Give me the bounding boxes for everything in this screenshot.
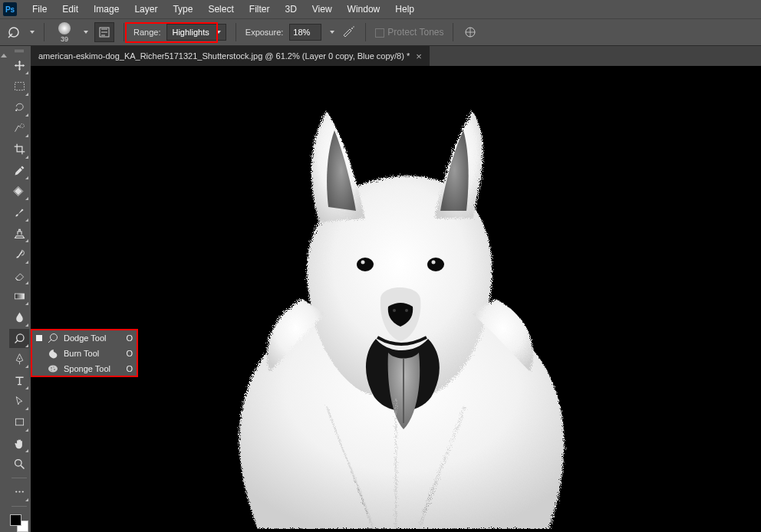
- foreground-color-swatch[interactable]: [10, 514, 21, 526]
- menu-select[interactable]: Select: [200, 0, 241, 18]
- divider: [124, 23, 124, 41]
- spot-healing-brush-tool[interactable]: [9, 182, 29, 201]
- brush-size-value: 39: [61, 35, 68, 43]
- panel-drag-handle[interactable]: [8, 48, 31, 55]
- gradient-tool[interactable]: [9, 287, 29, 306]
- svg-line-29: [48, 340, 51, 343]
- svg-point-8: [20, 124, 24, 128]
- blur-tool[interactable]: [9, 307, 29, 327]
- zoom-tool[interactable]: [9, 455, 29, 474]
- flyout-item-burn[interactable]: Burn Tool O: [31, 346, 137, 361]
- move-tool[interactable]: [9, 56, 29, 75]
- workspace: american-eskimo-dog_KA_Richer5171321_Shu…: [0, 46, 761, 532]
- eyedropper-tool[interactable]: [9, 161, 29, 180]
- path-selection-tool[interactable]: [9, 392, 29, 411]
- airbrush-toggle-icon[interactable]: [341, 25, 356, 40]
- menu-type[interactable]: Type: [165, 0, 200, 18]
- tool-preset-caret[interactable]: [30, 31, 35, 34]
- svg-point-34: [51, 369, 51, 370]
- clone-stamp-tool[interactable]: [9, 224, 29, 243]
- current-tool-icon[interactable]: [6, 25, 21, 40]
- document-tab[interactable]: american-eskimo-dog_KA_Richer5171321_Shu…: [31, 46, 430, 66]
- toolbar-separator: [12, 506, 27, 507]
- brush-panel-toggle-icon[interactable]: [94, 22, 114, 42]
- range-label: Range:: [133, 28, 160, 37]
- document-area: american-eskimo-dog_KA_Richer5171321_Shu…: [31, 46, 761, 532]
- exposure-input[interactable]: 18%: [289, 24, 321, 41]
- divider: [365, 23, 366, 41]
- svg-point-27: [405, 309, 408, 312]
- range-select[interactable]: Highlights: [166, 24, 226, 41]
- chevron-down-icon: [216, 31, 221, 34]
- range-value: Highlights: [172, 28, 209, 37]
- flyout-item-sponge[interactable]: Sponge Tool O: [31, 361, 137, 376]
- menu-3d[interactable]: 3D: [277, 0, 304, 18]
- flyout-item-label: Sponge Tool: [64, 364, 110, 373]
- svg-point-31: [51, 367, 52, 369]
- menu-window[interactable]: Window: [340, 0, 388, 18]
- divider: [44, 23, 44, 41]
- history-brush-tool[interactable]: [9, 245, 29, 264]
- horizontal-type-tool[interactable]: [9, 370, 29, 389]
- flyout-item-shortcut: O: [126, 364, 133, 373]
- rectangle-tool[interactable]: [9, 412, 29, 432]
- svg-point-30: [48, 366, 58, 373]
- canvas[interactable]: [31, 66, 761, 532]
- options-bar: 39 Range: Highlights Exposure: 18% Prote…: [0, 18, 761, 46]
- menu-filter[interactable]: Filter: [242, 0, 278, 18]
- selected-indicator: [36, 366, 42, 372]
- svg-point-16: [15, 460, 21, 467]
- menu-image[interactable]: Image: [86, 0, 127, 18]
- color-swatches[interactable]: [10, 514, 28, 532]
- menu-help[interactable]: Help: [387, 0, 422, 18]
- protect-tones-checkbox[interactable]: Protect Tones: [375, 27, 443, 38]
- svg-point-32: [54, 369, 55, 370]
- quick-selection-tool[interactable]: [9, 119, 29, 138]
- pressure-size-toggle-icon[interactable]: [463, 25, 478, 40]
- svg-point-18: [15, 491, 17, 493]
- svg-point-19: [18, 491, 20, 493]
- svg-point-4: [354, 26, 355, 28]
- brush-preview[interactable]: 39: [54, 22, 75, 43]
- pen-tool[interactable]: [9, 350, 29, 369]
- lasso-tool[interactable]: [9, 98, 29, 117]
- sponge-icon: [47, 363, 59, 375]
- edit-toolbar-button[interactable]: [9, 482, 29, 501]
- exposure-label: Exposure:: [245, 28, 284, 37]
- svg-line-17: [21, 465, 24, 468]
- dodge-tool[interactable]: [9, 329, 29, 348]
- hand-tool[interactable]: [9, 434, 29, 453]
- app-logo: Ps: [3, 2, 17, 16]
- menu-bar: Ps File Edit Image Layer Type Select Fil…: [0, 0, 761, 18]
- svg-point-12: [16, 334, 23, 341]
- menu-edit[interactable]: Edit: [54, 0, 86, 18]
- svg-point-14: [18, 358, 20, 360]
- eraser-tool[interactable]: [9, 266, 29, 285]
- flyout-item-dodge[interactable]: Dodge Tool O: [31, 330, 137, 346]
- svg-rect-15: [15, 419, 23, 426]
- menu-layer[interactable]: Layer: [127, 0, 165, 18]
- menu-view[interactable]: View: [305, 0, 340, 18]
- dodge-icon: [47, 332, 59, 344]
- rectangular-marquee-tool[interactable]: [9, 77, 29, 96]
- svg-point-24: [361, 261, 365, 264]
- svg-point-22: [357, 258, 374, 271]
- svg-line-13: [15, 340, 17, 343]
- divider: [453, 23, 453, 41]
- flyout-item-label: Dodge Tool: [64, 333, 106, 343]
- menu-file[interactable]: File: [25, 0, 54, 18]
- tools-panel: [8, 46, 31, 532]
- exposure-caret[interactable]: [330, 31, 334, 34]
- svg-point-7: [15, 109, 17, 110]
- canvas-image: [135, 69, 657, 529]
- left-gutter: [0, 46, 8, 532]
- svg-point-23: [427, 258, 444, 271]
- exposure-value: 18%: [293, 28, 310, 37]
- svg-point-3: [351, 28, 353, 29]
- burn-icon: [47, 347, 59, 360]
- protect-tones-label: Protect Tones: [387, 27, 443, 38]
- brush-tool[interactable]: [9, 202, 29, 222]
- crop-tool[interactable]: [9, 140, 29, 159]
- close-tab-icon[interactable]: ×: [416, 51, 422, 62]
- brush-preset-caret[interactable]: [84, 31, 88, 34]
